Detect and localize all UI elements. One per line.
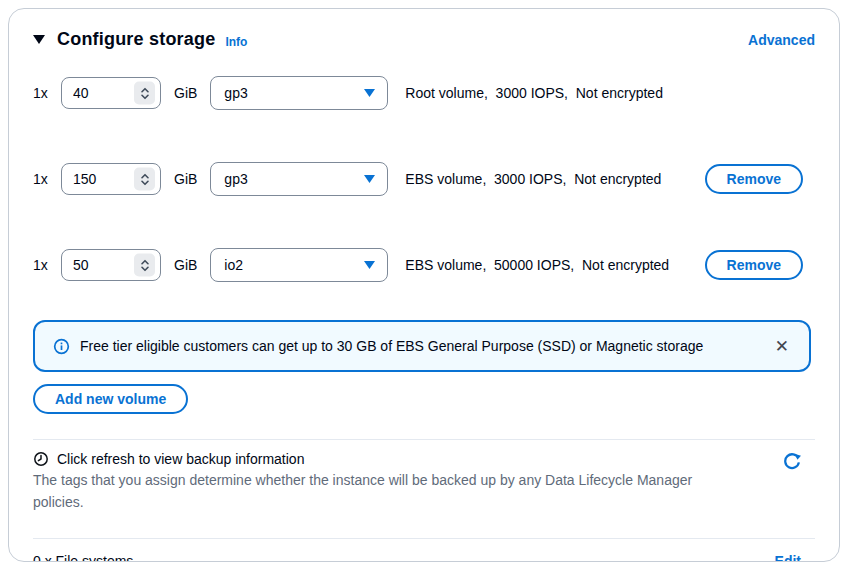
free-tier-info-alert: Free tier eligible customers can get up … <box>33 320 811 372</box>
panel-header: Configure storage Info Advanced <box>33 29 815 50</box>
volume-type-select[interactable]: gp3 <box>210 162 388 196</box>
backup-info-section: Click refresh to view backup information… <box>33 440 815 513</box>
refresh-button[interactable] <box>783 453 801 513</box>
volume-row: 1x GiB io2 EBS volume, 50000 IOPS, Not e… <box>33 248 815 282</box>
number-stepper[interactable] <box>134 82 155 105</box>
volume-unit-label: GiB <box>174 171 197 187</box>
file-systems-row: 0 x File systems Edit <box>33 539 815 562</box>
select-caret-icon <box>364 175 375 183</box>
close-icon[interactable]: ✕ <box>773 336 791 357</box>
page-title: Configure storage <box>57 29 215 50</box>
volume-unit-label: GiB <box>174 85 197 101</box>
edit-file-systems-link[interactable]: Edit <box>775 553 801 562</box>
volume-type-value: gp3 <box>224 85 247 101</box>
volume-count-label: 1x <box>33 257 53 273</box>
stepper-chevrons-icon <box>139 172 151 186</box>
refresh-icon <box>783 453 801 471</box>
volume-description: EBS volume, 50000 IOPS, Not encrypted <box>405 257 669 273</box>
volume-size-field-wrap <box>61 163 161 195</box>
number-stepper[interactable] <box>134 168 155 191</box>
volume-size-field-wrap <box>61 249 161 281</box>
volume-unit-label: GiB <box>174 257 197 273</box>
volume-row: 1x GiB gp3 EBS volume, 3000 IOPS, Not en… <box>33 162 815 196</box>
volume-count-label: 1x <box>33 85 53 101</box>
configure-storage-panel: Configure storage Info Advanced 1x GiB g… <box>8 8 840 562</box>
volume-row: 1x GiB gp3 Root volume, 3000 IOPS, Not e… <box>33 76 815 110</box>
volume-type-value: gp3 <box>224 171 247 187</box>
select-caret-icon <box>364 89 375 97</box>
volume-type-value: io2 <box>224 257 243 273</box>
remove-volume-button[interactable]: Remove <box>705 250 803 280</box>
advanced-link[interactable]: Advanced <box>748 32 815 48</box>
backup-info-text: Click refresh to view backup information… <box>33 451 783 513</box>
backup-description: The tags that you assign determine wheth… <box>33 470 733 513</box>
alert-text: Free tier eligible customers can get up … <box>80 338 703 354</box>
volume-count-label: 1x <box>33 171 53 187</box>
backup-title: Click refresh to view backup information <box>57 451 304 467</box>
number-stepper[interactable] <box>134 254 155 277</box>
file-systems-label: 0 x File systems <box>33 553 133 562</box>
volume-description: Root volume, 3000 IOPS, Not encrypted <box>405 85 663 101</box>
section-collapse-caret-icon[interactable] <box>33 35 45 44</box>
volume-type-select[interactable]: gp3 <box>210 76 388 110</box>
select-caret-icon <box>364 261 375 269</box>
volume-description: EBS volume, 3000 IOPS, Not encrypted <box>405 171 661 187</box>
add-new-volume-button[interactable]: Add new volume <box>33 384 188 414</box>
info-link[interactable]: Info <box>225 35 247 49</box>
stepper-chevrons-icon <box>139 258 151 272</box>
remove-volume-button[interactable]: Remove <box>705 164 803 194</box>
clock-icon <box>33 451 49 467</box>
volume-type-select[interactable]: io2 <box>210 248 388 282</box>
volume-size-field-wrap <box>61 77 161 109</box>
info-circle-icon <box>53 338 70 355</box>
stepper-chevrons-icon <box>139 86 151 100</box>
